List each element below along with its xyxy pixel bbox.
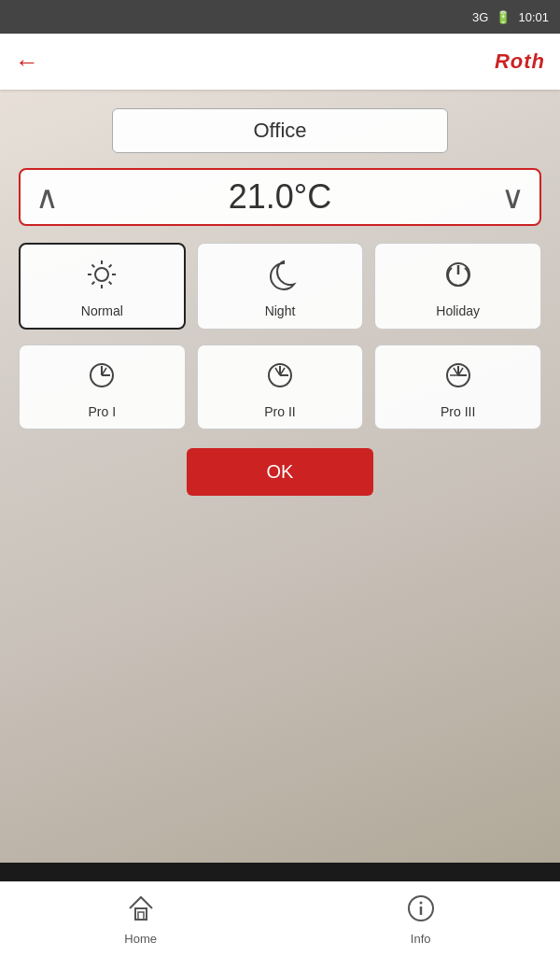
moon-icon: [263, 258, 297, 298]
holiday-label: Holiday: [436, 303, 480, 318]
svg-line-8: [92, 282, 95, 285]
pro2-button[interactable]: Pro II: [197, 344, 364, 429]
pro3-button[interactable]: Pro III: [374, 344, 541, 429]
room-title[interactable]: Office: [112, 108, 448, 153]
home-nav-label: Home: [124, 932, 157, 946]
mode-holiday-button[interactable]: Holiday: [374, 243, 541, 330]
info-nav-item[interactable]: Info: [406, 893, 436, 946]
home-icon: [126, 893, 156, 930]
main-content: Office ∧ 21.0°C ∨: [0, 90, 560, 863]
svg-point-0: [95, 268, 108, 281]
sun-icon: [85, 258, 119, 298]
temperature-value: 21.0°C: [229, 177, 331, 217]
svg-rect-15: [138, 912, 144, 920]
pro1-button[interactable]: Pro I: [19, 344, 186, 429]
svg-line-5: [92, 265, 95, 268]
power-icon: [441, 258, 475, 298]
battery-indicator: 🔋: [496, 10, 511, 24]
temp-up-button[interactable]: ∧: [35, 181, 59, 213]
time-display: 10:01: [518, 10, 549, 24]
nav-bar: ← Roth: [0, 34, 560, 90]
svg-line-7: [109, 265, 112, 268]
pro3-icon: [441, 358, 475, 399]
pro-grid: Pro I Pro II: [19, 344, 541, 429]
ok-button[interactable]: OK: [187, 448, 373, 496]
bottom-nav: Home Info: [0, 881, 560, 956]
pro2-icon: [263, 358, 297, 399]
back-button[interactable]: ←: [15, 48, 39, 77]
info-nav-label: Info: [411, 932, 431, 946]
mode-normal-button[interactable]: Normal: [19, 243, 186, 330]
roth-logo: Roth: [495, 49, 545, 74]
pro2-label: Pro II: [264, 404, 295, 419]
temperature-control: ∧ 21.0°C ∨: [19, 168, 541, 226]
svg-point-18: [419, 901, 422, 904]
status-bar: 3G 🔋 10:01: [0, 0, 560, 34]
pro1-icon: [85, 358, 119, 399]
overlay-panel: Office ∧ 21.0°C ∨: [19, 108, 541, 496]
home-nav-item[interactable]: Home: [124, 893, 157, 946]
svg-rect-14: [135, 908, 147, 920]
signal-indicator: 3G: [472, 10, 488, 24]
temp-down-button[interactable]: ∨: [501, 181, 525, 213]
pro3-label: Pro III: [441, 404, 475, 419]
mode-grid: Normal Night: [19, 243, 541, 330]
info-icon: [406, 893, 436, 930]
svg-line-6: [109, 282, 112, 285]
night-label: Night: [265, 303, 296, 318]
mode-night-button[interactable]: Night: [197, 243, 364, 330]
pro1-label: Pro I: [89, 404, 117, 419]
normal-label: Normal: [81, 303, 123, 318]
